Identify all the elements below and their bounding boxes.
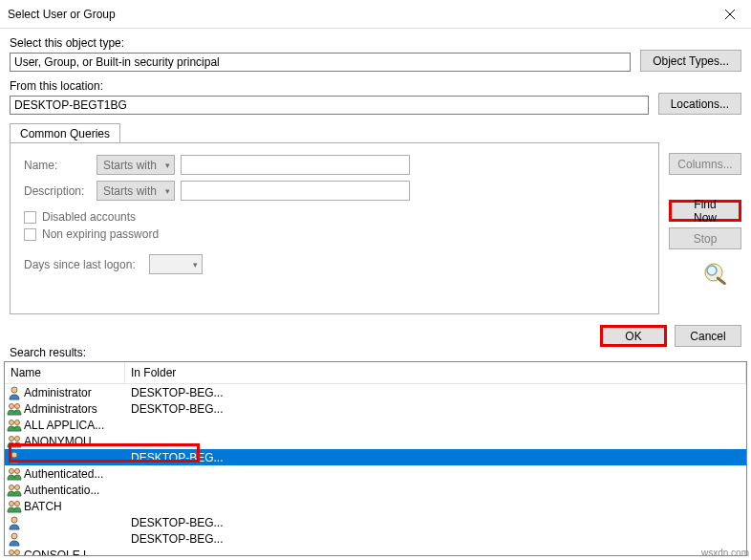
col-header-folder[interactable]: In Folder [125,362,746,383]
user-icon [7,515,22,530]
disabled-accounts-checkbox[interactable] [24,211,36,224]
description-input[interactable] [181,181,410,201]
svg-point-7 [15,420,20,424]
columns-button[interactable]: Columns... [669,153,741,175]
group-icon [7,483,22,498]
result-name: Administrator [24,386,127,399]
location-label: From this location: [10,79,649,93]
table-row[interactable]: Authenticated... [5,465,746,482]
result-name: ... [24,451,127,464]
stop-button[interactable]: Stop [669,227,741,249]
object-type-field[interactable]: User, Group, or Built-in security princi… [10,53,631,72]
svg-point-10 [11,452,17,458]
result-name: Administrators [24,402,127,416]
svg-point-15 [10,501,14,506]
table-row[interactable]: DESKTOP-BEG... [5,514,746,530]
disabled-accounts-label: Disabled accounts [42,210,136,224]
table-row[interactable]: DESKTOP-BEG... [5,530,746,547]
non-expiring-checkbox[interactable] [24,228,36,241]
svg-point-3 [11,387,17,393]
table-row[interactable]: BATCH [5,498,746,514]
svg-point-12 [15,468,20,473]
name-label: Name: [24,159,91,172]
result-name: CONSOLE L... [24,549,127,556]
table-row[interactable]: Authenticatio... [5,482,746,498]
svg-point-14 [15,485,20,489]
svg-point-5 [15,403,20,408]
result-name: Authenticated... [24,467,127,481]
table-row[interactable]: AdministratorsDESKTOP-BEG... [5,400,746,417]
result-folder: DESKTOP-BEG... [127,451,223,464]
svg-rect-2 [716,276,726,286]
ok-button[interactable]: OK [600,325,667,347]
table-row[interactable]: AdministratorDESKTOP-BEG... [5,384,746,400]
result-name: BATCH [24,500,127,513]
name-input[interactable] [181,155,410,175]
days-since-logon-label: Days since last logon: [24,258,136,271]
svg-point-8 [10,436,14,441]
cancel-button[interactable]: Cancel [675,325,741,347]
svg-point-19 [10,549,14,554]
result-folder: DESKTOP-BEG... [127,386,223,399]
window-title: Select User or Group [8,8,116,21]
result-name: ANONYMOU... [24,435,127,448]
chevron-down-icon: ▾ [165,186,170,196]
svg-point-4 [10,403,14,408]
group-icon [7,548,22,556]
svg-point-1 [707,266,717,275]
search-results-list[interactable]: Name In Folder AdministratorDESKTOP-BEG.… [4,361,747,556]
description-label: Description: [24,184,91,198]
user-icon [7,450,22,465]
search-results-label: Search results: [10,346,86,359]
table-row[interactable]: ...DESKTOP-BEG... [5,449,746,465]
group-icon [7,418,22,433]
result-folder: DESKTOP-BEG... [127,532,223,546]
find-now-button[interactable]: Find Now [669,200,741,222]
table-row[interactable]: CONSOLE L... [5,547,746,555]
result-folder: DESKTOP-BEG... [127,516,223,529]
col-header-name[interactable]: Name [5,362,125,383]
group-icon [7,499,22,514]
find-icon [701,260,734,290]
location-field[interactable]: DESKTOP-BEGT1BG [10,96,649,115]
watermark: wsxdn.com [701,548,749,558]
chevron-down-icon: ▾ [193,260,198,269]
svg-point-13 [10,485,14,489]
days-since-logon-combo[interactable]: ▾ [149,254,203,274]
svg-point-9 [15,436,20,441]
user-icon [7,385,22,400]
close-icon [725,10,735,19]
svg-point-6 [10,420,14,424]
object-type-label: Select this object type: [10,36,631,50]
group-icon [7,434,22,449]
svg-point-16 [15,501,20,506]
tab-common-queries[interactable]: Common Queries [10,123,120,143]
svg-point-17 [11,517,17,523]
locations-button[interactable]: Locations... [658,93,741,115]
svg-point-20 [15,549,20,554]
svg-point-18 [11,533,17,539]
name-mode-combo[interactable]: Starts with▾ [97,155,175,175]
user-icon [7,531,22,547]
non-expiring-label: Non expiring password [42,227,159,241]
svg-point-11 [10,468,14,473]
chevron-down-icon: ▾ [165,161,170,170]
table-row[interactable]: ANONYMOU... [5,433,746,449]
result-name: ALL APPLICA... [24,419,127,432]
group-icon [7,466,22,482]
table-row[interactable]: ALL APPLICA... [5,417,746,433]
group-icon [7,401,22,417]
description-mode-combo[interactable]: Starts with▾ [97,181,175,201]
result-folder: DESKTOP-BEG... [127,402,223,416]
common-queries-panel: Name: Starts with▾ Description: Starts w… [10,142,659,314]
close-button[interactable] [708,0,751,29]
result-name: Authenticatio... [24,484,127,497]
object-types-button[interactable]: Object Types... [640,50,741,72]
